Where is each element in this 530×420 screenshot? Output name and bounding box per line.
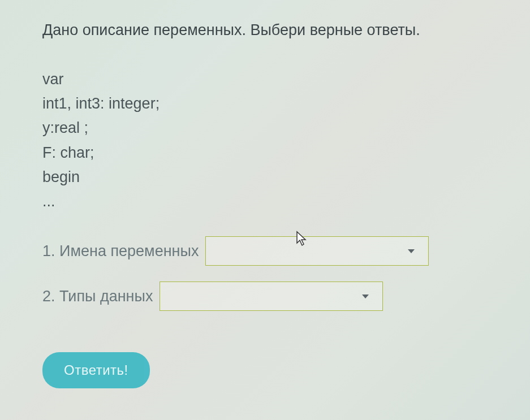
code-line: begin — [42, 165, 488, 189]
chevron-down-icon — [408, 249, 415, 253]
code-line: var — [42, 67, 488, 92]
code-line: ... — [42, 189, 488, 214]
dropdown-variable-names[interactable] — [205, 236, 429, 266]
code-line: F: char; — [42, 141, 488, 165]
code-line: y:real ; — [42, 116, 488, 140]
question-row-1: 1. Имена переменных — [42, 236, 488, 266]
code-line: int1, int3: integer; — [42, 92, 488, 116]
question-title: Дано описание переменных. Выбери верные … — [42, 21, 488, 39]
chevron-down-icon — [362, 295, 369, 298]
question-label-2: 2. Типы данных — [42, 288, 153, 305]
question-row-2: 2. Типы данных — [42, 282, 488, 311]
question-label-1: 1. Имена переменных — [42, 243, 199, 260]
code-block: var int1, int3: integer; y:real ; F: cha… — [42, 67, 488, 214]
dropdown-data-types[interactable] — [160, 282, 383, 311]
submit-button[interactable]: Ответить! — [42, 352, 150, 388]
